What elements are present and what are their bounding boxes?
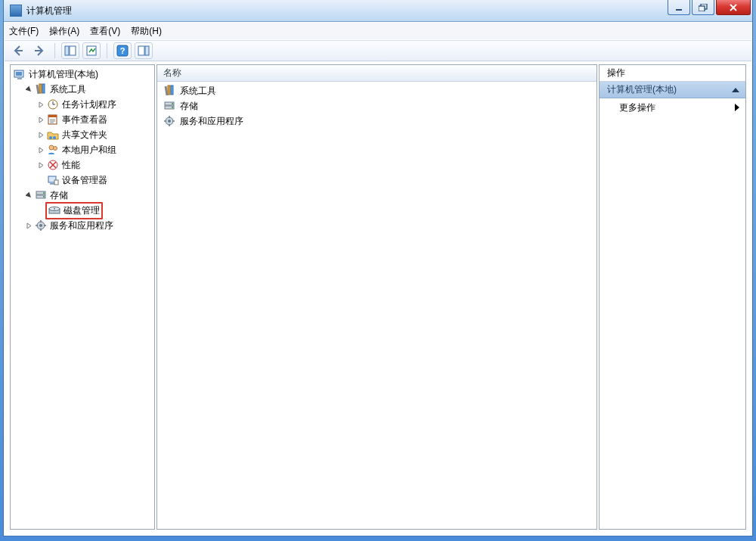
- svg-rect-3: [65, 46, 69, 55]
- maximize-button[interactable]: [692, 0, 714, 15]
- toolbar-back-button[interactable]: [9, 42, 27, 59]
- menubar: 文件(F) 操作(A) 查看(V) 帮助(H): [5, 23, 751, 39]
- list-item-label: 服务和应用程序: [180, 115, 243, 128]
- services-icon: [163, 115, 175, 127]
- tree-disk-management[interactable]: 磁盘管理: [11, 203, 154, 218]
- svg-point-19: [53, 136, 56, 139]
- svg-rect-0: [676, 9, 682, 11]
- svg-rect-2: [699, 6, 705, 11]
- action-pane-icon: [138, 45, 150, 56]
- tree-shared-folders-label: 共享文件夹: [62, 129, 107, 141]
- svg-text:?: ?: [120, 46, 125, 55]
- svg-rect-36: [171, 86, 173, 95]
- svg-point-34: [39, 224, 42, 227]
- clock-icon: [47, 98, 59, 110]
- toolbar-separator: [54, 43, 55, 58]
- minimize-icon: [675, 4, 683, 11]
- tree-root-label: 计算机管理(本地): [29, 68, 98, 81]
- svg-point-18: [49, 136, 52, 139]
- expander-expand-icon[interactable]: [36, 130, 45, 139]
- tree-event-viewer[interactable]: 事件查看器: [11, 112, 154, 127]
- chevron-right-icon: [735, 104, 739, 111]
- menu-help[interactable]: 帮助(H): [131, 25, 162, 38]
- services-icon: [35, 219, 47, 232]
- tree-shared-folders[interactable]: 共享文件夹: [11, 127, 154, 142]
- expander-expand-icon[interactable]: [36, 100, 45, 109]
- tree-system-tools[interactable]: 系统工具: [11, 82, 154, 97]
- system-tools-icon: [35, 83, 47, 95]
- svg-rect-24: [50, 183, 54, 185]
- svg-rect-8: [138, 46, 144, 55]
- help-icon: ?: [116, 45, 129, 57]
- svg-rect-17: [48, 115, 57, 117]
- actions-panel: 操作 计算机管理(本地) 更多操作: [599, 64, 746, 530]
- svg-rect-11: [16, 72, 22, 76]
- expander-collapse-icon[interactable]: [24, 191, 33, 200]
- minimize-button[interactable]: [668, 0, 690, 15]
- expander-expand-icon[interactable]: [36, 160, 45, 169]
- actions-header-label: 操作: [607, 67, 625, 79]
- tree-device-manager-label: 设备管理器: [62, 174, 107, 187]
- event-viewer-icon: [47, 113, 59, 126]
- svg-point-40: [172, 107, 173, 108]
- storage-icon: [163, 100, 175, 112]
- expander-collapse-icon[interactable]: [24, 85, 33, 94]
- svg-rect-25: [54, 180, 58, 185]
- toolbar-properties-button[interactable]: [82, 42, 101, 59]
- actions-subheader[interactable]: 计算机管理(本地): [600, 82, 745, 98]
- actions-more-label: 更多操作: [619, 101, 655, 114]
- window-controls: [668, 0, 751, 15]
- storage-icon: [35, 189, 47, 201]
- titlebar[interactable]: 计算机管理: [4, 0, 752, 22]
- menu-file[interactable]: 文件(F): [9, 25, 39, 38]
- tree-device-manager[interactable]: 设备管理器: [11, 173, 154, 188]
- svg-rect-5: [87, 46, 96, 55]
- tree-storage[interactable]: 存储: [11, 188, 154, 203]
- menu-view[interactable]: 查看(V): [90, 25, 120, 38]
- svg-rect-35: [168, 86, 170, 95]
- actions-more-actions[interactable]: 更多操作: [600, 98, 745, 117]
- tree-root[interactable]: 计算机管理(本地): [11, 67, 154, 82]
- expander-expand-icon[interactable]: [36, 145, 45, 154]
- tree-services-apps[interactable]: 服务和应用程序: [11, 218, 154, 233]
- svg-rect-9: [145, 46, 149, 55]
- tree-local-users[interactable]: 本地用户和组: [11, 142, 154, 157]
- actions-header: 操作: [600, 65, 745, 82]
- toolbar: ?: [5, 40, 751, 61]
- device-manager-icon: [47, 174, 59, 186]
- toolbar-forward-button[interactable]: [30, 42, 48, 59]
- tree-task-scheduler[interactable]: 任务计划程序: [11, 97, 154, 112]
- list-body[interactable]: 系统工具 存储 服务和应用程序: [157, 82, 596, 529]
- tree-local-users-label: 本地用户和组: [62, 144, 116, 157]
- tree-performance[interactable]: 性能: [11, 157, 154, 173]
- list-item-label: 系统工具: [180, 85, 216, 98]
- svg-rect-4: [70, 46, 76, 55]
- expander-expand-icon[interactable]: [24, 221, 33, 230]
- back-arrow-icon: [12, 45, 24, 57]
- disk-management-icon: [48, 204, 60, 216]
- properties-icon: [86, 45, 97, 56]
- console-tree[interactable]: 计算机管理(本地): [11, 65, 154, 529]
- toolbar-help-button[interactable]: ?: [113, 42, 132, 59]
- window-title: 计算机管理: [26, 5, 72, 17]
- menu-action[interactable]: 操作(A): [49, 25, 79, 38]
- list-item-storage[interactable]: 存储: [157, 98, 596, 113]
- maximize-restore-icon: [699, 4, 708, 11]
- list-item-system-tools[interactable]: 系统工具: [157, 83, 596, 98]
- users-icon: [47, 144, 59, 156]
- list-item-services-apps[interactable]: 服务和应用程序: [157, 113, 596, 129]
- expander-expand-icon[interactable]: [36, 115, 45, 124]
- content-area: 计算机管理(本地): [10, 64, 746, 530]
- forward-arrow-icon: [33, 45, 45, 57]
- actions-subheader-label: 计算机管理(本地): [607, 83, 677, 96]
- collapse-up-icon: [732, 88, 739, 92]
- toolbar-showhide-tree-button[interactable]: [61, 42, 79, 59]
- tree-services-apps-label: 服务和应用程序: [50, 219, 113, 232]
- toolbar-show-action-pane-button[interactable]: [135, 42, 153, 59]
- close-button[interactable]: [716, 0, 751, 15]
- column-header-name[interactable]: 名称: [157, 65, 596, 82]
- performance-icon: [47, 159, 59, 171]
- system-tools-icon: [163, 85, 175, 97]
- column-header-name-label: 名称: [163, 67, 181, 79]
- app-icon: [10, 5, 22, 17]
